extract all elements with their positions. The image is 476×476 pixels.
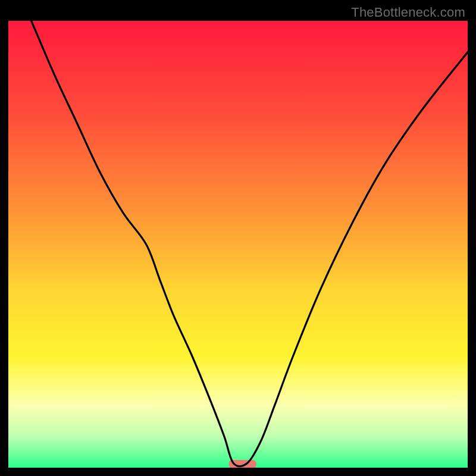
chart-background xyxy=(8,21,468,468)
chart-frame xyxy=(8,21,468,468)
watermark-text: TheBottleneck.com xyxy=(351,5,465,20)
bottleneck-chart xyxy=(8,21,468,468)
